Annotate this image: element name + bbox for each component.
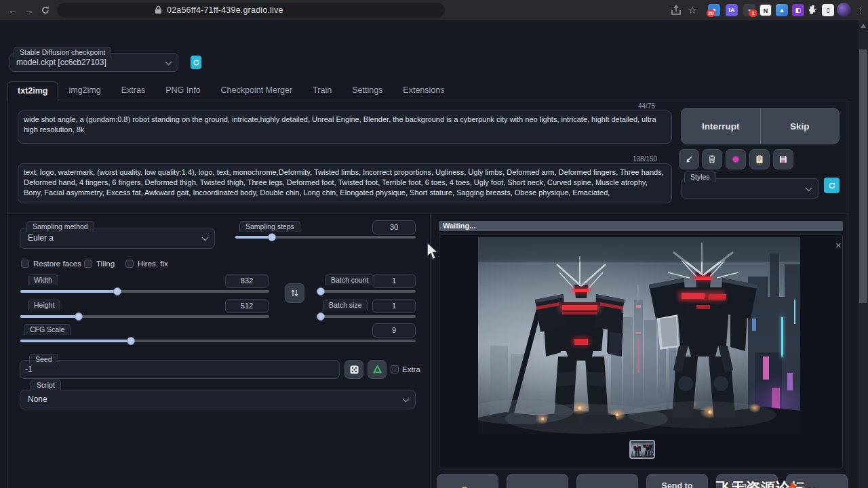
back-icon[interactable]: ← <box>7 4 19 16</box>
bookmark-star-icon[interactable]: ☆ <box>686 4 698 16</box>
negative-prompt-input[interactable]: text, logo, watermark, (worst quality, l… <box>18 163 672 203</box>
save-style-button[interactable] <box>773 149 793 169</box>
swap-arrows-icon <box>290 289 299 298</box>
tab-settings[interactable]: Settings <box>342 81 393 100</box>
slider-thumb[interactable] <box>268 233 276 241</box>
slider-thumb[interactable] <box>317 287 325 296</box>
random-seed-button[interactable] <box>344 360 363 379</box>
batch-size-input[interactable]: 1 <box>372 299 416 313</box>
thumbnail-image <box>631 441 654 458</box>
clear-prompt-button[interactable] <box>702 149 722 169</box>
slider-thumb[interactable] <box>75 312 83 321</box>
recycle-icon <box>372 365 382 375</box>
swap-dimensions-button[interactable] <box>285 283 304 303</box>
tab-txt2img[interactable]: txt2img <box>7 81 58 101</box>
extra-seed-label: Extra <box>402 365 420 373</box>
browser-toolbar: ← → 02a56ff4-71ff-439e.gradio.live ☆ ● 2… <box>0 0 868 20</box>
prompt-input[interactable]: wide shot angle, a (gundam:0.8) robot st… <box>18 110 672 144</box>
extension-notion-icon[interactable]: N <box>760 4 772 16</box>
tiling-label: Tiling <box>96 260 115 268</box>
progress-status: Waiting... <box>443 222 475 230</box>
extra-networks-button[interactable] <box>726 149 746 169</box>
apply-style-button[interactable] <box>749 149 770 169</box>
hires-fix-checkbox[interactable] <box>125 260 134 268</box>
zip-button[interactable]: Zip <box>576 474 638 488</box>
sampling-steps-slider[interactable] <box>235 236 416 239</box>
flame-icon <box>785 481 800 488</box>
extensions-puzzle-icon[interactable] <box>807 4 819 16</box>
forward-icon[interactable]: → <box>23 4 35 16</box>
sampling-steps-input[interactable]: 30 <box>372 220 416 235</box>
divider <box>7 214 848 214</box>
refresh-styles-button[interactable] <box>824 178 840 193</box>
generated-image[interactable] <box>478 237 800 434</box>
image-preview-panel: × <box>439 235 843 468</box>
reload-icon[interactable] <box>39 4 52 16</box>
tab-checkpoint-merger[interactable]: Checkpoint Merger <box>211 81 303 100</box>
slider-thumb[interactable] <box>317 312 325 321</box>
slider-thumb[interactable] <box>113 287 121 296</box>
floppy-disk-icon <box>778 155 788 164</box>
browser-menu-icon[interactable]: ⋮ <box>854 4 867 16</box>
page-scrollbar[interactable] <box>859 20 868 488</box>
profile-avatar[interactable] <box>837 3 851 17</box>
height-label: Height <box>28 300 60 310</box>
seed-input[interactable] <box>20 360 340 379</box>
restore-faces-checkbox[interactable] <box>21 260 29 268</box>
close-preview-icon[interactable]: × <box>835 241 842 250</box>
tab-png-info[interactable]: PNG Info <box>155 81 210 100</box>
refresh-checkpoint-button[interactable] <box>191 56 201 69</box>
generate-button-group: Interrupt Skip <box>681 108 840 144</box>
extension-ia-icon[interactable]: IA <box>726 4 738 16</box>
trash-icon <box>707 155 717 164</box>
height-input[interactable]: 512 <box>225 299 269 313</box>
tab-extras[interactable]: Extras <box>111 81 155 100</box>
width-slider[interactable] <box>20 290 269 293</box>
restore-faces-label: Restore faces <box>33 260 81 268</box>
script-dropdown[interactable] <box>20 390 416 409</box>
batch-size-slider[interactable] <box>317 315 416 318</box>
interrupt-button[interactable]: Interrupt <box>682 108 760 144</box>
send-to-img2img-button[interactable]: Send to img2img <box>646 474 708 488</box>
pin-badge: 20 <box>707 9 715 17</box>
lock-icon <box>155 5 162 14</box>
clipboard-icon <box>755 155 764 164</box>
width-input[interactable]: 832 <box>225 274 269 288</box>
share-icon[interactable] <box>670 4 682 16</box>
scroll-up-arrow[interactable] <box>861 24 866 28</box>
sidebar-toggle-icon[interactable]: ▯ <box>822 4 834 16</box>
hires-fix-label: Hires. fix <box>138 260 168 268</box>
tab-train[interactable]: Train <box>302 81 342 100</box>
seed-label: Seed <box>29 354 58 365</box>
gallery-thumbnail[interactable] <box>631 441 654 458</box>
mouse-cursor <box>426 243 441 260</box>
height-slider[interactable] <box>20 315 269 318</box>
slider-fill <box>235 236 271 239</box>
save-button[interactable]: Save <box>507 474 568 488</box>
slider-thumb[interactable] <box>127 337 135 345</box>
tab-img2img[interactable]: img2img <box>58 81 111 100</box>
refresh-icon <box>193 59 200 66</box>
batch-count-input[interactable]: 1 <box>372 274 416 288</box>
scrollbar-thumb[interactable] <box>859 49 867 303</box>
progress-bar: Waiting... <box>439 221 843 231</box>
cfg-scale-input[interactable]: 9 <box>372 323 416 338</box>
extra-seed-checkbox[interactable] <box>391 365 399 373</box>
cfg-scale-slider[interactable] <box>20 340 416 342</box>
checkpoint-value: model.ckpt [cc6cb27103] <box>16 58 106 67</box>
styles-label: Styles <box>684 171 716 182</box>
slider-fill <box>20 290 117 293</box>
batch-count-slider[interactable] <box>317 290 416 293</box>
url-text[interactable]: 02a56ff4-71ff-439e.gradio.live <box>167 5 283 15</box>
tiling-checkbox[interactable] <box>84 260 92 268</box>
dice-icon <box>349 365 359 375</box>
extension-image-icon[interactable]: ▲ <box>776 4 788 16</box>
sampling-method-label: Sampling method <box>26 221 94 232</box>
refresh-icon <box>828 182 836 190</box>
tab-extensions[interactable]: Extensions <box>393 81 454 100</box>
extension-onenote-icon[interactable]: ◧ <box>792 4 804 16</box>
read-params-button[interactable] <box>679 149 699 169</box>
skip-button[interactable]: Skip <box>760 108 840 144</box>
reuse-seed-button[interactable] <box>368 360 387 379</box>
open-folder-button[interactable] <box>437 474 498 488</box>
